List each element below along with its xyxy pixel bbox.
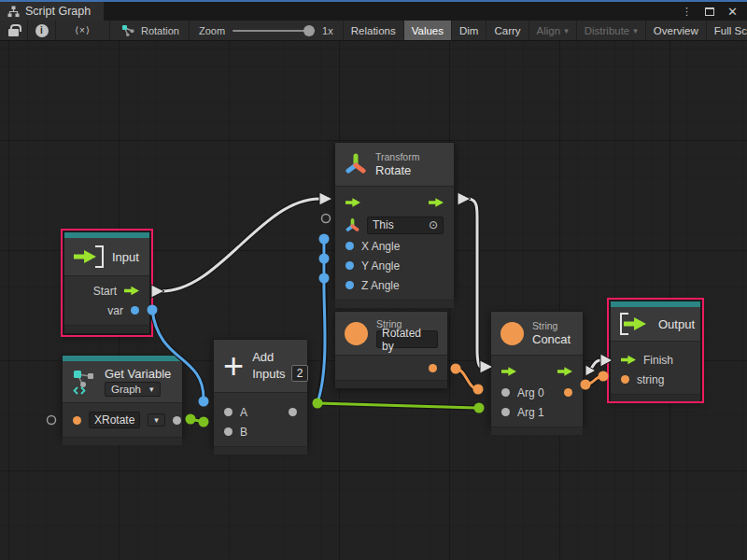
lock-button[interactable] bbox=[0, 21, 28, 40]
port-arg0-label: Arg 0 bbox=[517, 386, 544, 399]
node-input-header[interactable]: Input bbox=[64, 238, 149, 275]
port-a-label: A bbox=[240, 406, 247, 419]
wire-sum-to-z-angle[interactable] bbox=[317, 273, 330, 403]
graph-canvas[interactable]: Input Start var bbox=[0, 41, 747, 560]
rotate-this-unconnected-port[interactable] bbox=[322, 215, 331, 223]
chevron-down-icon: ▾ bbox=[154, 415, 159, 425]
close-icon[interactable]: ✕ bbox=[727, 6, 738, 18]
port-row-b: B bbox=[214, 422, 307, 441]
output-unit-icon bbox=[620, 313, 650, 335]
node-string-literal-body bbox=[335, 355, 447, 380]
node-rotate-footer bbox=[335, 300, 454, 308]
wire-sum-to-x-angle[interactable] bbox=[317, 234, 330, 403]
align-button[interactable]: Align ▾ bbox=[529, 21, 576, 40]
node-string-literal-header[interactable]: String Rotated by bbox=[335, 312, 447, 355]
port-string-dot[interactable] bbox=[621, 375, 629, 384]
node-add-inputs[interactable]: + Add Inputs 2 A bbox=[213, 339, 308, 446]
node-rotate[interactable]: Transform Rotate This bbox=[334, 142, 455, 298]
node-add-title-line1: Add bbox=[252, 350, 308, 364]
zoom-slider[interactable] bbox=[233, 30, 315, 32]
node-concat-title: Concat bbox=[532, 332, 571, 346]
variable-name-port-dot[interactable] bbox=[73, 416, 81, 425]
graph-breadcrumb[interactable]: Rotation bbox=[110, 21, 190, 40]
node-get-variable-title: Get Variable bbox=[105, 367, 171, 381]
node-add-inputs-header[interactable]: + Add Inputs 2 bbox=[214, 340, 307, 392]
kebab-menu-icon[interactable]: ⋮ bbox=[682, 6, 692, 18]
variable-scope-dropdown[interactable]: Graph ▾ bbox=[105, 382, 161, 397]
node-get-variable-header[interactable]: Get Variable Graph ▾ bbox=[63, 361, 182, 402]
zoom-slider-handle[interactable] bbox=[303, 25, 315, 36]
chevron-down-icon: ▾ bbox=[633, 26, 638, 35]
port-row-a: A bbox=[214, 402, 307, 422]
port-finish-flow-icon[interactable] bbox=[621, 355, 636, 365]
wire-string-to-arg0[interactable] bbox=[451, 364, 484, 395]
carry-button[interactable]: Carry bbox=[486, 21, 528, 40]
port-z-angle-dot[interactable] bbox=[345, 281, 354, 289]
flow-in-icon[interactable] bbox=[345, 198, 360, 208]
port-row-arg1: Arg 1 bbox=[491, 402, 583, 422]
breadcrumb-label: Rotation bbox=[141, 25, 179, 36]
node-concat-header[interactable]: String Concat bbox=[491, 312, 583, 355]
wire-rotate-to-concat[interactable] bbox=[458, 192, 493, 373]
variable-name-field[interactable]: XRotate bbox=[89, 412, 140, 428]
port-row-this: This ⊙ bbox=[335, 214, 454, 236]
node-rotate-header[interactable]: Transform Rotate bbox=[335, 143, 454, 186]
port-a-dot[interactable] bbox=[224, 408, 233, 416]
values-button[interactable]: Values bbox=[403, 21, 451, 40]
node-string-literal[interactable]: String Rotated by bbox=[334, 311, 448, 387]
port-arg0-dot[interactable] bbox=[501, 388, 510, 397]
lock-icon bbox=[8, 29, 19, 36]
port-start-flow-icon[interactable] bbox=[124, 286, 139, 296]
sum-output-dot[interactable] bbox=[289, 408, 297, 416]
chevron-down-icon: ▾ bbox=[564, 26, 569, 35]
graph-icon bbox=[7, 6, 20, 18]
wire-sum-to-arg1[interactable] bbox=[313, 399, 485, 413]
port-row-flow bbox=[491, 360, 583, 383]
port-var-dot[interactable] bbox=[131, 306, 139, 315]
port-b-dot[interactable] bbox=[224, 427, 233, 436]
string-output-dot[interactable] bbox=[429, 364, 437, 372]
input-unit-icon bbox=[74, 245, 104, 268]
maximize-icon[interactable] bbox=[705, 7, 714, 16]
distribute-button[interactable]: Distribute ▾ bbox=[576, 21, 645, 40]
flow-out-icon[interactable] bbox=[429, 198, 444, 208]
dim-button[interactable]: Dim bbox=[451, 21, 486, 40]
node-add-title-line2-wrap: Inputs 2 bbox=[252, 365, 308, 382]
port-y-angle-dot[interactable] bbox=[345, 261, 354, 270]
wire-result-to-string[interactable] bbox=[581, 371, 609, 390]
relations-button[interactable]: Relations bbox=[343, 21, 403, 40]
port-x-angle-dot[interactable] bbox=[345, 242, 354, 250]
inputs-count-field[interactable]: 2 bbox=[291, 365, 309, 382]
add-icon: + bbox=[223, 353, 244, 379]
object-picker-icon[interactable]: ⊙ bbox=[429, 218, 438, 231]
result-output-dot[interactable] bbox=[564, 388, 572, 397]
node-output-header[interactable]: Output bbox=[611, 307, 700, 341]
port-arg1-dot[interactable] bbox=[501, 408, 510, 416]
variable-picker-dropdown[interactable]: ▾ bbox=[148, 413, 165, 427]
node-rotate-category: Transform bbox=[375, 151, 419, 162]
variable-value-output-dot[interactable] bbox=[173, 416, 181, 425]
port-row-start: Start bbox=[64, 281, 149, 301]
node-output[interactable]: Output Finish string bbox=[610, 301, 701, 400]
transform-icon bbox=[345, 153, 367, 175]
full-screen-button[interactable]: Full Screen bbox=[706, 21, 747, 40]
wire-getvariable-to-b[interactable] bbox=[186, 414, 209, 427]
port-row-string-out bbox=[335, 360, 447, 375]
flow-out-icon[interactable] bbox=[557, 367, 572, 377]
this-object-field[interactable]: This ⊙ bbox=[367, 217, 444, 234]
tab-script-graph[interactable]: Script Graph bbox=[0, 2, 104, 21]
overview-button[interactable]: Overview bbox=[645, 21, 706, 40]
node-concat-footer bbox=[491, 427, 583, 435]
inspect-button[interactable]: i bbox=[28, 21, 56, 40]
get-variable-unconnected-port[interactable] bbox=[48, 416, 56, 425]
flow-in-icon[interactable] bbox=[501, 367, 516, 377]
wire-sum-to-y-angle[interactable] bbox=[317, 254, 330, 403]
edit-graph-button[interactable]: ⟨×⟩ bbox=[56, 21, 110, 40]
node-input[interactable]: Input Start var bbox=[63, 231, 150, 334]
wire-concat-to-output[interactable] bbox=[585, 354, 613, 376]
node-concat[interactable]: String Concat Arg 0 Arg 1 bbox=[490, 311, 584, 425]
wire-start-to-rotate[interactable] bbox=[151, 192, 332, 298]
string-value-field[interactable]: Rotated by bbox=[376, 330, 438, 348]
node-get-variable[interactable]: Get Variable Graph ▾ XRotate ▾ bbox=[62, 355, 183, 436]
info-icon: i bbox=[35, 24, 49, 37]
